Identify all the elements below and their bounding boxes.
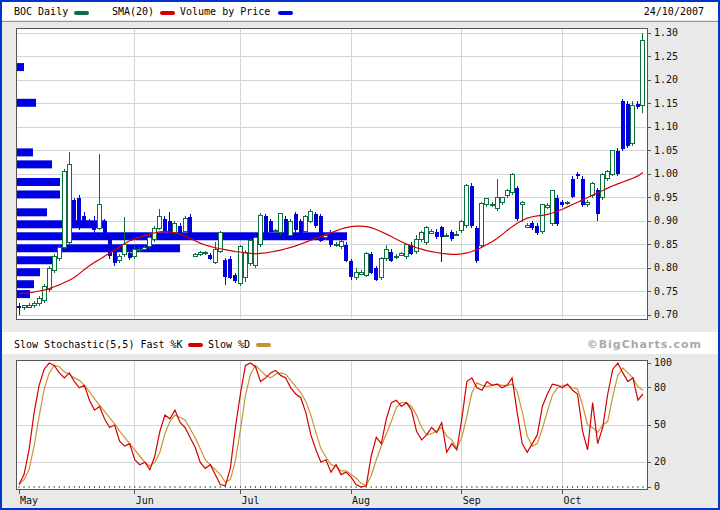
price-axis-label: 0.85 <box>654 239 678 251</box>
volume-legend-label: Volume by Price <box>180 6 270 18</box>
price-axis-label: 0.75 <box>654 286 678 298</box>
month-label: Sep <box>459 495 485 507</box>
month-label: Jun <box>132 495 158 507</box>
month-label: Oct <box>559 495 585 507</box>
stoch-axis-label: 80 <box>654 382 666 394</box>
price-axis-label: 1.20 <box>654 74 678 86</box>
stoch-k-legend-label: Slow Stochastic(5,5) Fast %K <box>14 339 183 351</box>
bigcharts-attribution: ©BigCharts.com <box>587 338 702 351</box>
price-axis-label: 1.30 <box>654 27 678 39</box>
sma-legend-label: SMA(20) <box>112 6 154 18</box>
volume-legend-swatch <box>278 11 293 15</box>
price-axis-label: 1.15 <box>654 98 678 110</box>
sma-legend-swatch <box>160 11 175 15</box>
symbol-legend-swatch <box>74 11 89 15</box>
bigcharts-stock-chart: BOC Daily SMA(20) Volume by Price 24/10/… <box>0 0 720 510</box>
month-label: Jul <box>237 495 263 507</box>
price-axis-label: 1.00 <box>654 168 678 180</box>
stoch-axis-label: 20 <box>654 456 666 468</box>
price-axis-label: 1.10 <box>654 121 678 133</box>
symbol-legend-label: BOC Daily <box>14 6 68 18</box>
chart-date: 24/10/2007 <box>644 6 704 18</box>
stoch-d-legend-swatch <box>256 343 271 347</box>
month-label: May <box>16 495 42 507</box>
stoch-axis-label: 50 <box>654 419 666 431</box>
chart-canvas <box>2 2 720 510</box>
price-axis-label: 0.90 <box>654 215 678 227</box>
stoch-k-legend-swatch <box>188 343 203 347</box>
price-axis-label: 1.25 <box>654 51 678 63</box>
price-axis-label: 0.95 <box>654 192 678 204</box>
price-axis-label: 0.70 <box>654 309 678 321</box>
stoch-d-legend-label: Slow %D <box>208 339 250 351</box>
stoch-axis-label: 0 <box>654 481 660 493</box>
price-axis-label: 0.80 <box>654 262 678 274</box>
price-axis-label: 1.05 <box>654 145 678 157</box>
month-label: Aug <box>348 495 374 507</box>
stoch-axis-label: 100 <box>654 357 672 369</box>
